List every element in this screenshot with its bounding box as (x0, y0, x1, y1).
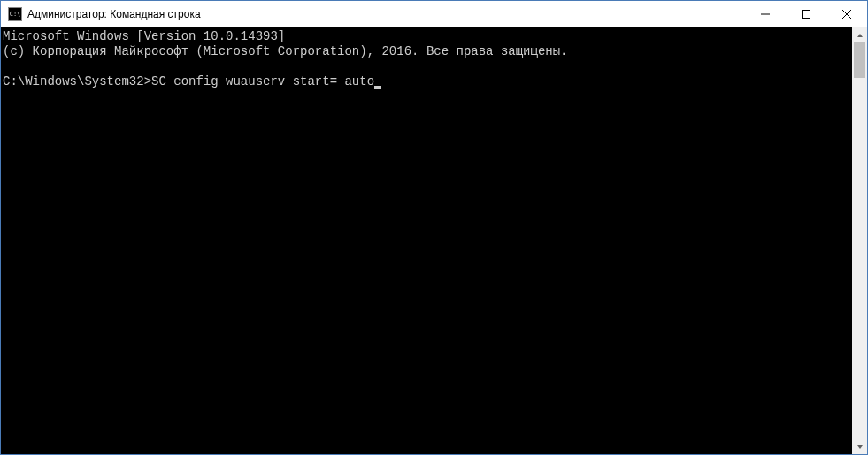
minimize-icon (761, 10, 770, 19)
scroll-thumb[interactable] (854, 42, 865, 78)
scroll-track[interactable] (852, 42, 867, 439)
close-icon (842, 10, 851, 19)
cmd-window: C:\ Администратор: Командная строка Micr… (0, 0, 868, 455)
output-line: (c) Корпорация Майкрософт (Microsoft Cor… (3, 44, 568, 58)
prompt-line: C:\Windows\System32>SC config wuauserv s… (3, 74, 381, 89)
svg-marker-5 (857, 445, 863, 449)
command-text: SC config wuauserv start= auto (151, 74, 374, 89)
window-body: Microsoft Windows [Version 10.0.14393] (… (1, 27, 867, 454)
prompt: C:\Windows\System32> (3, 74, 151, 89)
svg-marker-4 (857, 34, 863, 37)
svg-rect-1 (803, 10, 810, 18)
chevron-up-icon (856, 32, 864, 39)
terminal-output[interactable]: Microsoft Windows [Version 10.0.14393] (… (1, 27, 852, 454)
cmd-icon: C:\ (8, 7, 22, 21)
cursor (374, 86, 381, 89)
maximize-button[interactable] (786, 1, 826, 27)
minimize-button[interactable] (745, 1, 786, 27)
maximize-icon (802, 10, 810, 19)
titlebar[interactable]: C:\ Администратор: Командная строка (1, 1, 867, 27)
output-line: Microsoft Windows [Version 10.0.14393] (3, 29, 285, 43)
close-button[interactable] (826, 1, 867, 27)
window-title: Администратор: Командная строка (27, 8, 201, 20)
vertical-scrollbar[interactable] (852, 27, 867, 454)
window-controls (745, 1, 867, 27)
titlebar-left: C:\ Администратор: Командная строка (1, 7, 745, 21)
scroll-up-button[interactable] (852, 27, 867, 42)
chevron-down-icon (856, 443, 864, 451)
scroll-down-button[interactable] (852, 439, 867, 454)
